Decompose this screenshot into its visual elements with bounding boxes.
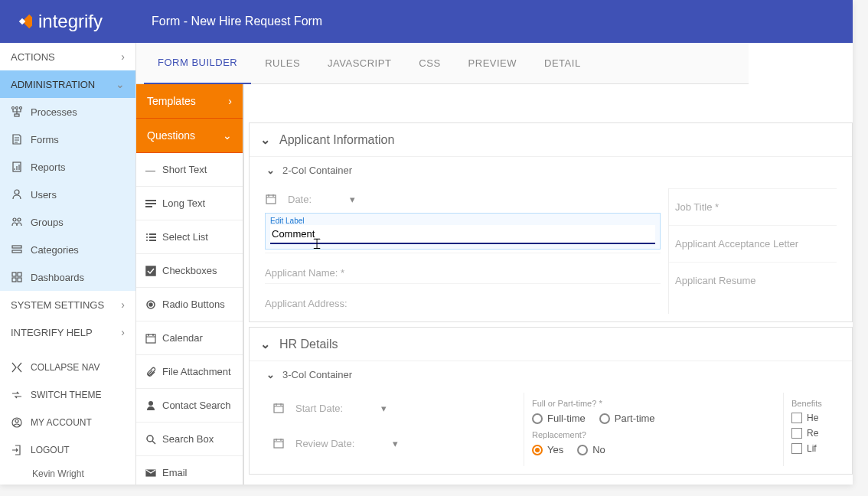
section-header[interactable]: ⌄ Applicant Information bbox=[250, 123, 852, 156]
dropdown-caret-icon: ▾ bbox=[381, 403, 387, 414]
field-applicant-name[interactable]: Applicant Name: * bbox=[265, 253, 661, 283]
tab-css[interactable]: CSS bbox=[405, 43, 454, 84]
qtype-calendar[interactable]: Calendar bbox=[136, 321, 243, 355]
radio-fulltime[interactable]: Full-time bbox=[532, 413, 586, 424]
logo-icon bbox=[12, 11, 32, 31]
tab-preview[interactable]: PREVIEW bbox=[455, 43, 530, 84]
sidebar-section-system-settings[interactable]: SYSTEM SETTINGS › bbox=[0, 291, 135, 318]
svg-point-29 bbox=[149, 303, 152, 306]
svg-rect-35 bbox=[274, 404, 283, 413]
field-applicant-address[interactable]: Applicant Address: bbox=[265, 283, 661, 314]
label-input[interactable] bbox=[270, 225, 655, 243]
sidebar-item-users[interactable]: Users bbox=[0, 181, 135, 208]
qtype-short-text[interactable]: —Short Text bbox=[136, 153, 243, 187]
qtype-checkboxes[interactable]: Checkboxes bbox=[136, 254, 243, 288]
question-panel: Templates › Questions ⌄ —Short Text Long… bbox=[136, 84, 244, 485]
qtype-long-text[interactable]: Long Text bbox=[136, 187, 243, 220]
field-acceptance-letter[interactable]: Applicant Acceptance Letter bbox=[669, 225, 837, 262]
dropdown-caret-icon: ▾ bbox=[350, 194, 355, 205]
qtype-contact-search[interactable]: Contact Search bbox=[136, 389, 243, 423]
sidebar-item-reports[interactable]: Reports bbox=[0, 153, 135, 181]
util-label: LOGOUT bbox=[31, 445, 70, 455]
sidebar-item-dashboards[interactable]: Dashboards bbox=[0, 263, 135, 291]
groups-icon bbox=[11, 216, 23, 228]
qtype-label: Select List bbox=[162, 231, 208, 243]
qtype-email[interactable]: Email bbox=[136, 456, 243, 485]
sidebar-item-processes[interactable]: Processes bbox=[0, 98, 135, 126]
switch-theme-button[interactable]: SWITCH THEME bbox=[0, 381, 135, 409]
tab-rules[interactable]: RULES bbox=[251, 43, 314, 84]
sidebar-section-administration[interactable]: ADMINISTRATION ⌄ bbox=[0, 70, 135, 98]
sidebar-item-label: Forms bbox=[31, 134, 59, 145]
container-header[interactable]: ⌄ 3-Col Container bbox=[250, 361, 852, 388]
sidebar-section-integrify-help[interactable]: INTEGRIFY HELP › bbox=[0, 318, 135, 346]
qtype-search-box[interactable]: Search Box bbox=[136, 423, 243, 456]
sidebar-item-label: Categories bbox=[31, 244, 79, 256]
svg-rect-20 bbox=[145, 206, 152, 207]
sidebar-section-label: INTEGRIFY HELP bbox=[11, 327, 93, 338]
svg-point-21 bbox=[146, 233, 148, 235]
sidebar-item-groups[interactable]: Groups bbox=[0, 208, 135, 236]
svg-point-3 bbox=[16, 107, 18, 109]
sidebar: ACTIONS › ADMINISTRATION ⌄ Processes For… bbox=[0, 43, 136, 485]
sidebar-section-label: SYSTEM SETTINGS bbox=[11, 299, 104, 311]
svg-point-2 bbox=[12, 107, 15, 109]
qtype-label: Calendar bbox=[162, 332, 203, 344]
sidebar-section-label: ACTIONS bbox=[11, 51, 55, 63]
chevron-right-icon: › bbox=[121, 299, 125, 311]
svg-rect-27 bbox=[146, 266, 155, 276]
qtype-radio-buttons[interactable]: Radio Buttons bbox=[136, 288, 243, 321]
radio-label: Full-time bbox=[547, 413, 586, 424]
brand-logo: integrify bbox=[12, 11, 103, 32]
tab-javascript[interactable]: JAVASCRIPT bbox=[314, 43, 405, 84]
tab-form-builder[interactable]: FORM BUILDER bbox=[144, 43, 251, 84]
svg-point-9 bbox=[18, 218, 21, 221]
section-header[interactable]: ⌄ HR Details bbox=[250, 328, 852, 361]
svg-rect-13 bbox=[18, 272, 21, 276]
container-title: 2-Col Container bbox=[282, 165, 352, 176]
qtype-select-list[interactable]: Select List bbox=[136, 220, 243, 254]
form-canvas: ⌄ Applicant Information ⌄ 2-Col Containe… bbox=[244, 84, 853, 485]
qtype-file-attachment[interactable]: File Attachment bbox=[136, 355, 243, 389]
radio-parttime[interactable]: Part-time bbox=[599, 413, 655, 424]
calendar-icon bbox=[272, 402, 285, 414]
field-date[interactable]: Date: ▾ bbox=[265, 188, 661, 210]
radio-no[interactable]: No bbox=[577, 444, 605, 455]
field-resume[interactable]: Applicant Resume bbox=[669, 262, 837, 299]
svg-rect-36 bbox=[274, 439, 283, 448]
sidebar-section-actions[interactable]: ACTIONS › bbox=[0, 43, 135, 70]
checkbox-benefit-1[interactable]: He bbox=[791, 413, 829, 423]
field-review-date[interactable]: Review Date: ▾ bbox=[272, 432, 516, 454]
checkbox-label: He bbox=[807, 413, 818, 423]
svg-point-25 bbox=[146, 240, 148, 241]
field-label: Start Date: bbox=[295, 403, 343, 414]
logout-icon bbox=[11, 444, 23, 456]
text-cursor-icon: 𝙸 bbox=[312, 235, 322, 253]
field-job-title[interactable]: Job Title * bbox=[669, 188, 837, 225]
checkbox-benefit-2[interactable]: Re bbox=[791, 428, 829, 439]
app-header: integrify Form - New Hire Request Form bbox=[0, 0, 853, 43]
qtype-label: Radio Buttons bbox=[162, 299, 225, 310]
chevron-down-icon: ⌄ bbox=[266, 369, 275, 380]
collapse-nav-button[interactable]: COLLAPSE NAV bbox=[0, 354, 135, 381]
svg-rect-15 bbox=[18, 278, 21, 282]
radio-yes[interactable]: Yes bbox=[532, 444, 563, 455]
my-account-button[interactable]: MY ACCOUNT bbox=[0, 409, 135, 436]
tab-detail[interactable]: DETAIL bbox=[530, 43, 595, 84]
questions-accordion[interactable]: Questions ⌄ bbox=[136, 119, 243, 153]
field-start-date[interactable]: Start Date: ▾ bbox=[272, 397, 516, 419]
container-header[interactable]: ⌄ 2-Col Container bbox=[250, 156, 852, 184]
field-label: Applicant Name: * bbox=[265, 267, 344, 279]
section-title: Applicant Information bbox=[279, 133, 394, 147]
sidebar-item-forms[interactable]: Forms bbox=[0, 126, 135, 153]
qtype-label: Long Text bbox=[162, 197, 205, 209]
logout-button[interactable]: LOGOUT bbox=[0, 436, 135, 464]
brand-text: integrify bbox=[38, 11, 103, 32]
chevron-right-icon: › bbox=[121, 326, 125, 338]
svg-point-32 bbox=[147, 436, 153, 442]
accordion-label: Questions bbox=[147, 129, 195, 142]
templates-accordion[interactable]: Templates › bbox=[136, 84, 243, 119]
sidebar-item-categories[interactable]: Categories bbox=[0, 236, 135, 263]
svg-rect-10 bbox=[12, 246, 21, 248]
checkbox-benefit-3[interactable]: Lif bbox=[791, 443, 829, 454]
